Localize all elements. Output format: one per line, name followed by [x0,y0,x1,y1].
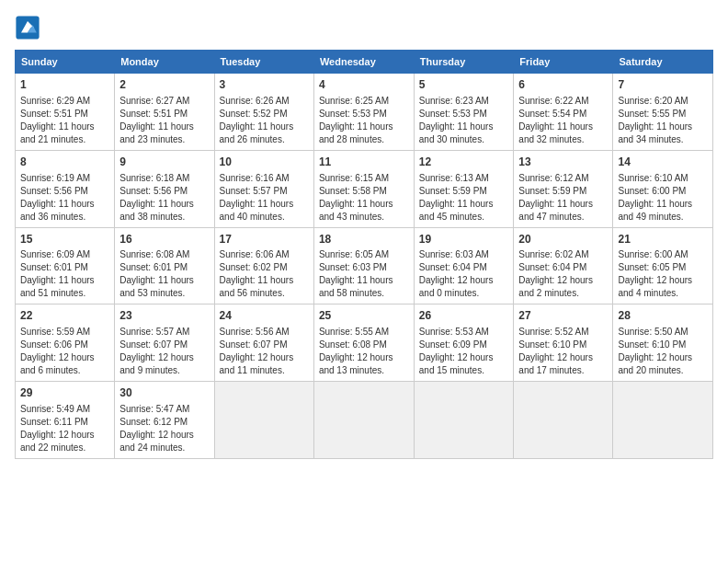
daylight-label: Daylight: 12 hoursand 22 minutes. [20,430,95,453]
week-row-1: 1Sunrise: 6:29 AMSunset: 5:51 PMDaylight… [16,74,713,151]
day-cell: 21Sunrise: 6:00 AMSunset: 6:05 PMDayligh… [613,227,713,304]
sunrise-text: Sunrise: 6:03 AM [419,249,489,259]
day-number: 1 [20,77,109,93]
sunset-text: Sunset: 5:51 PM [119,109,188,119]
daylight-label: Daylight: 12 hoursand 4 minutes. [618,275,692,298]
sunrise-text: Sunrise: 5:50 AM [618,327,688,337]
day-cell: 15Sunrise: 6:09 AMSunset: 6:01 PMDayligh… [16,227,115,304]
sunset-text: Sunset: 6:09 PM [419,339,487,350]
sunrise-text: Sunrise: 6:26 AM [220,96,290,106]
day-number: 16 [119,232,209,247]
sunrise-text: Sunrise: 6:25 AM [319,96,389,106]
day-cell: 24Sunrise: 5:56 AMSunset: 6:07 PMDayligh… [214,304,313,382]
sunset-text: Sunset: 6:10 PM [618,339,686,350]
sunset-text: Sunset: 6:04 PM [419,262,487,272]
day-number: 10 [220,155,309,170]
day-number: 29 [20,385,109,401]
sunset-text: Sunset: 6:01 PM [20,262,88,272]
sunrise-text: Sunrise: 6:23 AM [419,96,489,106]
day-cell: 28Sunrise: 5:50 AMSunset: 6:10 PMDayligh… [613,304,713,382]
day-cell [214,382,313,459]
sunrise-text: Sunrise: 6:02 AM [518,249,588,259]
daylight-label: Daylight: 11 hoursand 23 minutes. [119,121,194,144]
day-cell: 16Sunrise: 6:08 AMSunset: 6:01 PMDayligh… [115,227,214,304]
day-cell: 2Sunrise: 6:27 AMSunset: 5:51 PMDaylight… [115,74,214,151]
daylight-label: Daylight: 11 hoursand 45 minutes. [419,199,494,222]
daylight-label: Daylight: 11 hoursand 58 minutes. [319,275,393,298]
daylight-label: Daylight: 12 hoursand 9 minutes. [119,352,194,375]
sunset-text: Sunset: 6:12 PM [119,417,188,427]
daylight-label: Daylight: 11 hoursand 21 minutes. [20,121,95,144]
day-cell: 8Sunrise: 6:19 AMSunset: 5:56 PMDaylight… [16,150,115,227]
week-row-5: 29Sunrise: 5:49 AMSunset: 6:11 PMDayligh… [16,382,713,459]
day-number: 12 [419,155,509,170]
day-number: 3 [220,77,309,93]
col-header-wednesday: Wednesday [313,51,414,74]
sunrise-text: Sunrise: 5:55 AM [319,327,389,337]
sunset-text: Sunset: 5:56 PM [119,186,188,196]
day-number: 2 [119,77,209,93]
daylight-label: Daylight: 11 hoursand 47 minutes. [518,199,593,222]
daylight-label: Daylight: 11 hoursand 56 minutes. [220,275,294,298]
sunset-text: Sunset: 6:00 PM [618,186,686,196]
sunrise-text: Sunrise: 6:13 AM [419,173,489,183]
sunrise-text: Sunrise: 6:12 AM [518,173,588,183]
day-cell: 25Sunrise: 5:55 AMSunset: 6:08 PMDayligh… [313,304,414,382]
daylight-label: Daylight: 11 hoursand 43 minutes. [319,199,393,222]
day-cell: 23Sunrise: 5:57 AMSunset: 6:07 PMDayligh… [115,304,214,382]
sunset-text: Sunset: 6:06 PM [20,339,88,350]
day-number: 20 [518,232,608,247]
daylight-label: Daylight: 12 hoursand 0 minutes. [419,275,494,298]
day-cell: 17Sunrise: 6:06 AMSunset: 6:02 PMDayligh… [214,227,313,304]
week-row-3: 15Sunrise: 6:09 AMSunset: 6:01 PMDayligh… [16,227,713,304]
day-number: 21 [618,232,708,247]
day-number: 17 [220,232,309,247]
daylight-label: Daylight: 12 hoursand 24 minutes. [119,430,194,453]
col-header-thursday: Thursday [414,51,514,74]
sunrise-text: Sunrise: 5:49 AM [20,404,90,414]
col-header-tuesday: Tuesday [214,51,313,74]
day-cell: 4Sunrise: 6:25 AMSunset: 5:53 PMDaylight… [313,74,414,151]
logo-icon [15,15,40,40]
day-number: 24 [220,308,309,324]
sunrise-text: Sunrise: 6:27 AM [119,96,189,106]
day-cell: 5Sunrise: 6:23 AMSunset: 5:53 PMDaylight… [414,74,514,151]
sunset-text: Sunset: 6:03 PM [319,262,387,272]
sunrise-text: Sunrise: 5:59 AM [20,327,90,337]
sunset-text: Sunset: 6:05 PM [618,262,686,272]
sunrise-text: Sunrise: 6:06 AM [220,249,290,259]
day-number: 19 [419,232,509,247]
day-number: 7 [618,77,708,93]
day-number: 9 [119,155,209,170]
sunset-text: Sunset: 5:51 PM [20,109,88,119]
sunset-text: Sunset: 5:53 PM [419,109,487,119]
sunset-text: Sunset: 5:59 PM [419,186,487,196]
day-cell: 19Sunrise: 6:03 AMSunset: 6:04 PMDayligh… [414,227,514,304]
sunset-text: Sunset: 5:54 PM [518,109,586,119]
col-header-saturday: Saturday [613,51,713,74]
week-row-2: 8Sunrise: 6:19 AMSunset: 5:56 PMDaylight… [16,150,713,227]
daylight-label: Daylight: 11 hoursand 34 minutes. [618,121,692,144]
day-number: 14 [618,155,708,170]
day-cell: 9Sunrise: 6:18 AMSunset: 5:56 PMDaylight… [115,150,214,227]
sunrise-text: Sunrise: 6:15 AM [319,173,389,183]
sunrise-text: Sunrise: 6:10 AM [618,173,688,183]
day-cell: 6Sunrise: 6:22 AMSunset: 5:54 PMDaylight… [514,74,613,151]
sunrise-text: Sunrise: 6:09 AM [20,249,90,259]
day-number: 5 [419,77,509,93]
sunrise-text: Sunrise: 6:18 AM [119,173,189,183]
day-cell [414,382,514,459]
sunrise-text: Sunrise: 6:19 AM [20,173,90,183]
daylight-label: Daylight: 11 hoursand 38 minutes. [119,199,194,222]
daylight-label: Daylight: 12 hoursand 13 minutes. [319,352,393,375]
header-row: SundayMondayTuesdayWednesdayThursdayFrid… [16,51,713,74]
sunrise-text: Sunrise: 5:52 AM [518,327,588,337]
day-cell: 26Sunrise: 5:53 AMSunset: 6:09 PMDayligh… [414,304,514,382]
daylight-label: Daylight: 12 hoursand 17 minutes. [518,352,593,375]
sunset-text: Sunset: 6:02 PM [220,262,288,272]
daylight-label: Daylight: 12 hoursand 15 minutes. [419,352,494,375]
sunrise-text: Sunrise: 6:16 AM [220,173,290,183]
day-number: 23 [119,308,209,324]
sunset-text: Sunset: 6:01 PM [119,262,188,272]
day-cell: 27Sunrise: 5:52 AMSunset: 6:10 PMDayligh… [514,304,613,382]
